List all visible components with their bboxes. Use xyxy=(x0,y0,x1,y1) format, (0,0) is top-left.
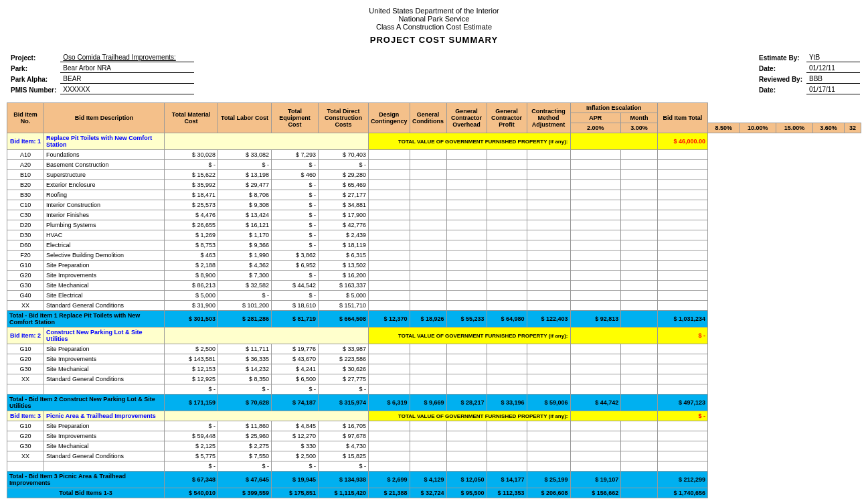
bid2-total-dc: $ 6,319 xyxy=(369,394,410,411)
reviewed-value: BBB xyxy=(806,74,860,84)
bid2-total-total: $ 497,123 xyxy=(657,394,707,411)
bid3-title: Picnic Area & Trailhead Improvements xyxy=(44,411,165,421)
col-header-gc: General Conditions xyxy=(410,103,446,133)
col-header-desc: Bid Item Description xyxy=(44,103,165,133)
table-row: G20Site Improvements $ 8,900$ 7,300$ -$ … xyxy=(7,271,861,281)
grand-total-row: Total Bid Items 1-3 $ 540,010 $ 399,559 … xyxy=(7,488,861,498)
project-info-left: Project: Oso Comida Trailhead Improvemen… xyxy=(7,52,195,96)
bid1-govt-val: $ 46,000.00 xyxy=(657,133,707,150)
bid3-total-label: Total - Bid Item 3 Picnic Area & Trailhe… xyxy=(7,472,165,488)
table-row: F20Selective Building Demolition $ 463$ … xyxy=(7,250,861,261)
col-header-gco: General Contractor Overhead xyxy=(446,103,487,133)
table-row: G20Site Improvements $ 59,448$ 25,960$ 1… xyxy=(7,431,861,441)
bid3-total-row: Total - Bid Item 3 Picnic Area & Trailhe… xyxy=(7,472,861,488)
col-header-direct: Total Direct Construction Costs xyxy=(319,103,369,133)
bid1-total-row: Total - Bid Item 1 Replace Pit Toilets w… xyxy=(7,311,861,328)
grand-total-label: Total Bid Items 1-3 xyxy=(7,488,165,498)
table-row: XXStandard General Conditions $ 5,775$ 7… xyxy=(7,451,861,461)
project-info: Project: Oso Comida Trailhead Improvemen… xyxy=(7,52,861,96)
bid3-total-gco: $ 12,050 xyxy=(446,472,487,488)
grand-total-mat: $ 540,010 xyxy=(165,488,218,498)
bid2-total-lab: $ 70,628 xyxy=(218,394,272,411)
col-header-mat: Total Material Cost xyxy=(165,103,218,133)
table-row: A10Foundations $ 30,028$ 33,082$ 7,293$ … xyxy=(7,150,861,160)
table-row: G40Site Electrical $ 5,000$ -$ -$ 5,000 xyxy=(7,291,861,301)
col-header-bidno: Bid Item No. xyxy=(7,103,44,133)
grand-total-eq: $ 175,851 xyxy=(272,488,319,498)
pmis-value: XXXXXX xyxy=(60,85,194,94)
bid2-header-row: Bid Item: 2 Construct New Parking Lot & … xyxy=(7,328,861,344)
col-header-apr: APR xyxy=(570,113,621,123)
bid2-total-row: Total - Bid Item 2 Construct New Parking… xyxy=(7,394,861,411)
pct-month: 32 xyxy=(845,123,861,133)
bid2-total-gco: $ 28,217 xyxy=(446,394,487,411)
bid1-total-gc: $ 18,926 xyxy=(410,311,446,328)
col-header-lab: Total Labor Cost xyxy=(218,103,272,133)
bid3-total-direct: $ 134,938 xyxy=(319,472,369,488)
pct-apr: 3.60% xyxy=(812,123,844,133)
header-line2: National Park Service xyxy=(7,15,861,23)
bid2-govt-val: $ - xyxy=(657,328,707,344)
grand-total-gcp: $ 112,353 xyxy=(487,488,527,498)
label-park: Park: xyxy=(8,64,59,73)
table-row: $ -$ -$ -$ - xyxy=(7,384,861,394)
grand-total-cma: $ 206,608 xyxy=(527,488,570,498)
label-reviewed: Reviewed By: xyxy=(756,74,805,84)
grand-total-dc: $ 21,388 xyxy=(369,488,410,498)
table-row: G20Site Improvements $ 143,581$ 36,335$ … xyxy=(7,354,861,364)
bid1-label: Bid Item: 1 xyxy=(7,133,44,150)
bid3-total-total: $ 212,299 xyxy=(657,472,707,488)
table-row: B30Roofing $ 18,471$ 8,706$ -$ 27,177 xyxy=(7,190,861,200)
bid1-total-dc: $ 12,370 xyxy=(369,311,410,328)
col-header-month: Month xyxy=(621,113,658,123)
table-row: G30Site Mechanical $ 86,213$ 32,582$ 44,… xyxy=(7,281,861,291)
col-header-cma: Contracting Method Adjustment xyxy=(527,103,570,133)
bid3-total-gc: $ 4,129 xyxy=(410,472,446,488)
bid1-total-cma: $ 122,403 xyxy=(527,311,570,328)
bid2-govt-label: TOTAL VALUE OF GOVERNMENT FURNISHED PROP… xyxy=(369,328,571,344)
bid2-total-gcp: $ 33,196 xyxy=(487,394,527,411)
estimate-value: YtB xyxy=(806,53,860,62)
bid2-total-gc: $ 9,669 xyxy=(410,394,446,411)
header-line3: Class A Construction Cost Estimate xyxy=(7,23,861,31)
bid1-total-lab: $ 281,286 xyxy=(218,311,272,328)
table-row: D30HVAC $ 1,269$ 1,170$ -$ 2,439 xyxy=(7,230,861,240)
table-row: G30Site Mechanical $ 2,125$ 2,275$ 330$ … xyxy=(7,441,861,451)
label-date1: Date: xyxy=(756,64,805,73)
table-row: XXStandard General Conditions $ 31,900$ … xyxy=(7,301,861,311)
table-row: G30Site Mechanical $ 12,153$ 14,232$ 4,2… xyxy=(7,364,861,374)
date2-value: 01/17/11 xyxy=(806,85,860,94)
grand-total-gco: $ 95,500 xyxy=(446,488,487,498)
bid2-total-mat: $ 171,159 xyxy=(165,394,218,411)
bid3-govt-label: TOTAL VALUE OF GOVERNMENT FURNISHED PROP… xyxy=(369,411,571,421)
bid3-total-apr: $ 19,107 xyxy=(570,472,621,488)
bid1-total-total: $ 1,031,234 xyxy=(657,311,707,328)
table-row: C10Interior Construction $ 25,573$ 9,308… xyxy=(7,200,861,210)
bid3-total-eq: $ 19,945 xyxy=(272,472,319,488)
bid1-total-gcp: $ 64,980 xyxy=(487,311,527,328)
col-header-gcp: General Contractor Profit xyxy=(487,103,527,133)
label-pmis: PMIS Number: xyxy=(8,85,59,94)
bid3-govt-val: $ - xyxy=(657,411,707,421)
table-row: $ -$ -$ -$ - xyxy=(7,461,861,472)
park-value: Bear Arbor NRA xyxy=(60,64,194,73)
table-row: A20Basement Construction $ -$ -$ -$ - xyxy=(7,160,861,170)
alpha-value: BEAR xyxy=(60,74,194,84)
pct-gco: 8.50% xyxy=(707,123,739,133)
bid3-total-lab: $ 47,645 xyxy=(218,472,272,488)
col-header-total: Bid Item Total xyxy=(657,103,707,133)
label-alpha: Park Alpha: xyxy=(8,74,59,84)
bid1-title: Replace Pit Toilets with New Comfort Sta… xyxy=(44,133,165,150)
bid1-total-label: Total - Bid Item 1 Replace Pit Toilets w… xyxy=(7,311,165,328)
grand-total-gc: $ 32,724 xyxy=(410,488,446,498)
table-row: B10Superstructure $ 15,622$ 13,198$ 460$… xyxy=(7,170,861,180)
bid1-total-mat: $ 301,503 xyxy=(165,311,218,328)
bid3-header-row: Bid Item: 3 Picnic Area & Trailhead Impr… xyxy=(7,411,861,421)
table-row: G10Site Preparation $ 2,188$ 4,362$ 6,95… xyxy=(7,261,861,271)
grand-total-lab: $ 399,559 xyxy=(218,488,272,498)
pct-dc: 2.00% xyxy=(570,123,621,133)
bid2-total-direct: $ 315,974 xyxy=(319,394,369,411)
bid2-total-apr: $ 44,742 xyxy=(570,394,621,411)
bid2-title: Construct New Parking Lot & Site Utiliti… xyxy=(44,328,165,344)
table-row: G10Site Preparation $ 2,500$ 11,711$ 19,… xyxy=(7,344,861,354)
